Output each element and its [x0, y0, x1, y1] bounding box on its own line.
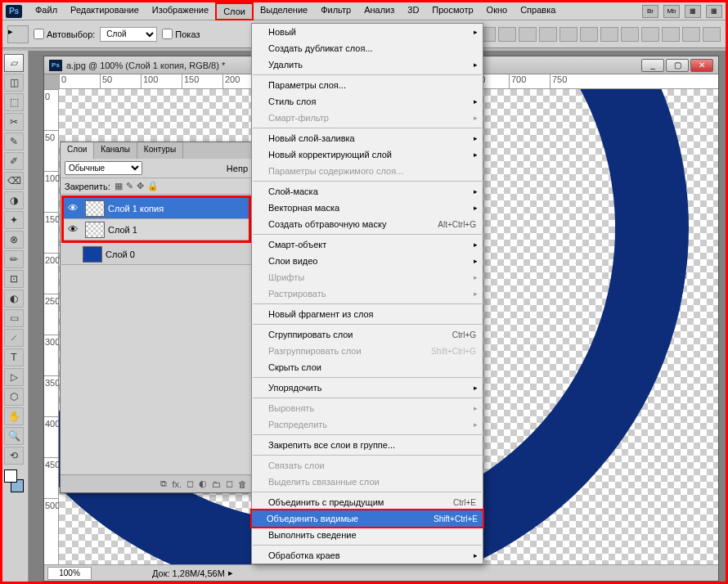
color-swatches[interactable] [4, 469, 24, 492]
distribute-icon-4[interactable] [641, 27, 659, 42]
layer-name[interactable]: Слой 1 [108, 225, 137, 235]
tool-13[interactable]: ▭ [4, 309, 24, 327]
tool-15[interactable]: T [4, 348, 24, 366]
tool-17[interactable]: ⬡ [4, 388, 24, 406]
layer-thumbnail[interactable] [85, 222, 105, 238]
adjustment-layer-icon[interactable]: ◐ [199, 478, 207, 489]
menu-item[interactable]: Слой-маска [252, 183, 483, 200]
menu-item[interactable]: Новый слой-заливка [252, 130, 483, 146]
autoselect-target[interactable]: Слой [100, 27, 157, 42]
menu-item[interactable]: Создать дубликат слоя... [252, 40, 483, 56]
menu-item[interactable]: Выполнить сведение [252, 527, 483, 543]
lock-position-icon[interactable]: ✥ [137, 181, 144, 191]
distribute-icon-3[interactable] [621, 27, 639, 42]
minimize-button[interactable]: _ [641, 59, 664, 72]
screen-mode-icon[interactable]: ▦ [685, 5, 701, 18]
tool-20[interactable]: ⟲ [4, 447, 24, 465]
tool-11[interactable]: ⊡ [4, 270, 24, 288]
menu-item[interactable]: Смарт-объект [252, 236, 483, 253]
mb-icon[interactable]: Mb [663, 5, 680, 18]
lock-transparency-icon[interactable]: ▦ [115, 181, 123, 191]
panel-tab-2[interactable]: Контуры [137, 142, 183, 159]
menu-фильтр[interactable]: Фильтр [314, 2, 357, 20]
menu-редактирование[interactable]: Редактирование [64, 2, 146, 20]
menu-выделение[interactable]: Выделение [254, 2, 314, 20]
tool-12[interactable]: ◐ [4, 290, 24, 308]
tool-5[interactable]: ✐ [4, 152, 24, 170]
menu-item[interactable]: Стиль слоя [252, 93, 483, 110]
tool-6[interactable]: ⌫ [4, 172, 24, 190]
panel-tab-1[interactable]: Каналы [94, 142, 137, 159]
layer-thumbnail[interactable] [85, 200, 105, 217]
distribute-icon-1[interactable] [580, 27, 598, 42]
lock-all-icon[interactable]: 🔒 [147, 181, 159, 191]
layer-name[interactable]: Слой 0 [106, 249, 135, 259]
layer-mask-icon[interactable]: ◻ [186, 478, 194, 489]
layer-name[interactable]: Слой 1 копия [108, 204, 164, 213]
autoselect-checkbox[interactable]: Автовыбор: [34, 29, 95, 39]
menu-слои[interactable]: Слои [215, 2, 254, 20]
menu-item[interactable]: Обработка краев [252, 547, 483, 564]
delete-layer-icon[interactable]: 🗑 [238, 479, 247, 489]
distribute-icon-6[interactable] [682, 27, 700, 42]
menu-item[interactable]: Новый корректирующий слой [252, 146, 483, 163]
group-icon[interactable]: 🗀 [212, 479, 221, 489]
tool-8[interactable]: ✦ [4, 211, 24, 229]
bridge-icon[interactable]: Br [642, 5, 658, 18]
tool-19[interactable]: 🔍 [4, 427, 24, 445]
blend-mode-select[interactable]: Обычные [65, 161, 142, 175]
show-transform-checkbox[interactable]: Показ [162, 29, 200, 39]
foreground-color[interactable] [4, 469, 17, 483]
menu-item[interactable]: Векторная маска [252, 200, 483, 216]
layer-row[interactable]: Слой 0 [61, 244, 251, 265]
tool-3[interactable]: ✂ [4, 113, 24, 131]
menu-item[interactable]: Создать обтравочную маскуAlt+Ctrl+G [252, 216, 483, 232]
tool-9[interactable]: ⊗ [4, 231, 24, 249]
visibility-toggle[interactable]: 👁 [64, 202, 82, 214]
tool-10[interactable]: ✏ [4, 250, 24, 268]
menu-item[interactable]: Упорядочить [252, 380, 483, 396]
tool-14[interactable]: ⟋ [4, 329, 24, 347]
tool-1[interactable]: ◫ [4, 74, 24, 92]
layer-row[interactable]: 👁Слой 1 [64, 219, 249, 240]
tool-7[interactable]: ◑ [4, 191, 24, 209]
tool-4[interactable]: ✎ [4, 133, 24, 150]
menu-справка[interactable]: Справка [514, 2, 562, 20]
menu-item[interactable]: Параметры слоя... [252, 77, 483, 93]
align-icon-5[interactable] [539, 27, 557, 42]
status-arrow-icon[interactable]: ▸ [228, 568, 233, 578]
align-icon-4[interactable] [519, 27, 537, 42]
menu-item[interactable]: Слои видео [252, 253, 483, 269]
zoom-input[interactable] [47, 567, 92, 580]
align-icon-3[interactable] [498, 27, 516, 42]
close-button[interactable]: ✕ [690, 59, 713, 72]
distribute-icon-2[interactable] [600, 27, 618, 42]
tool-18[interactable]: ✋ [4, 407, 24, 425]
tool-2[interactable]: ⬚ [4, 93, 24, 111]
distribute-icon-5[interactable] [662, 27, 680, 42]
menu-item[interactable]: Новый фрагмент из слоя [252, 306, 483, 322]
visibility-toggle[interactable]: 👁 [64, 223, 82, 236]
layer-effects-icon[interactable]: fx. [172, 479, 182, 489]
link-layers-icon[interactable]: ⧉ [160, 478, 167, 489]
arrange-icon[interactable]: ▦ [706, 5, 722, 18]
menu-окно[interactable]: Окно [480, 2, 515, 20]
menu-item[interactable]: Сгруппировать слоиCtrl+G [252, 326, 483, 343]
menu-item[interactable]: Удалить [252, 56, 483, 73]
menu-item[interactable]: Скрыть слои [252, 359, 483, 375]
menu-item[interactable]: Объединить с предыдущимCtrl+E [252, 494, 483, 510]
move-tool-preset[interactable]: ▸ [7, 25, 29, 43]
menu-анализ[interactable]: Анализ [357, 2, 401, 20]
menu-3d[interactable]: 3D [401, 2, 425, 20]
lock-paint-icon[interactable]: ✎ [126, 181, 133, 191]
menu-item[interactable]: Новый [252, 24, 483, 40]
panel-tab-0[interactable]: Слои [61, 142, 94, 159]
align-icon-6[interactable] [559, 27, 577, 42]
maximize-button[interactable]: ▢ [666, 59, 689, 72]
layer-row[interactable]: 👁Слой 1 копия [64, 198, 249, 219]
menu-item[interactable]: Объединить видимыеShift+Ctrl+E [250, 509, 484, 528]
auto-align-icon[interactable] [703, 27, 721, 42]
menu-файл[interactable]: Файл [29, 2, 64, 20]
menu-изображение[interactable]: Изображение [146, 2, 215, 20]
new-layer-icon[interactable]: ◻ [226, 478, 233, 489]
